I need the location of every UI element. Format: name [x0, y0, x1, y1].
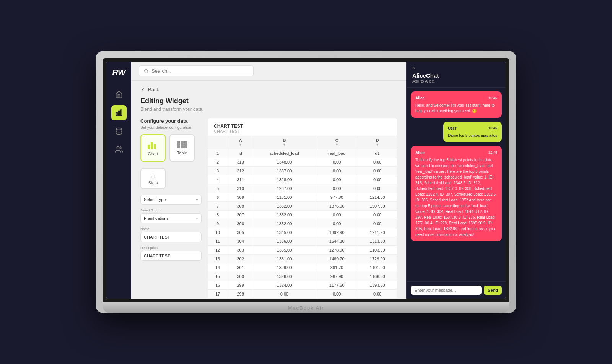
sidebar-item-home[interactable] — [111, 87, 127, 102]
cell-c: 881.70 — [316, 263, 358, 272]
cell-b: 1326.00 — [253, 272, 316, 281]
stats-icon — [149, 172, 157, 179]
select-group-label: Select Group — [140, 208, 202, 212]
cell-d: 0.00 — [358, 290, 397, 299]
table-scroll[interactable]: A▼ B▼ C▼ D▼ 1idscheduled_loadreal_loadd1… — [208, 136, 397, 299]
table-row: 113041336.001644.301313.00 — [208, 237, 397, 246]
chat-send-button[interactable]: Send — [484, 286, 502, 295]
table-row: 133021331.001469.701729.00 — [208, 255, 397, 263]
select-group-field: Select Group Planifications — [140, 208, 202, 223]
chat-bubble-alice: Alice12:45Hello, and welcome! I'm your a… — [411, 91, 502, 118]
chart-title: CHART TEST — [214, 123, 391, 129]
row-number: 14 — [208, 263, 228, 272]
cell-b: 1352.00 — [253, 211, 316, 219]
svg-point-3 — [116, 128, 122, 130]
cell-d: 1103.00 — [358, 246, 397, 255]
cell-a: 313 — [228, 158, 253, 167]
sidebar-item-chart[interactable] — [111, 105, 127, 120]
name-field: Name — [140, 227, 202, 242]
table-type-button[interactable]: Table — [169, 134, 195, 162]
cell-a: 308 — [228, 202, 253, 211]
sidebar-item-users[interactable] — [111, 142, 127, 157]
description-label: Description — [140, 246, 202, 250]
chat-title: AliceChat — [412, 72, 500, 79]
cell-d: 0.00 — [358, 167, 397, 176]
cell-b: 1321.00 — [253, 299, 316, 299]
col-header-c: C▼ — [316, 136, 358, 149]
cell-a: 304 — [228, 237, 253, 246]
cell-a: 301 — [228, 263, 253, 272]
cell-d: 1729.00 — [358, 255, 397, 263]
cell-d: 0.00 — [358, 158, 397, 167]
chat-close-button[interactable]: × — [412, 65, 500, 71]
cell-b: 1328.00 — [253, 176, 316, 184]
stats-label: Stats — [148, 180, 158, 185]
configure-title: Configure your data — [140, 118, 202, 124]
table-row: 103051345.001392.901211.20 — [208, 228, 397, 237]
editor-layout: Configure your data Set your dataset con… — [140, 118, 397, 299]
select-group-dropdown[interactable]: Planifications — [140, 213, 202, 223]
cell-d: 1101.00 — [358, 263, 397, 272]
cell-c: 0.00 — [316, 167, 358, 176]
cell-a: id — [228, 149, 253, 158]
back-button[interactable]: Back — [140, 87, 397, 93]
table-row: 182971321.001587.301649.00 — [208, 299, 397, 299]
cell-c: 977.80 — [316, 193, 358, 202]
sidebar-item-database[interactable] — [111, 123, 127, 139]
table-row: 23131348.000.000.00 — [208, 158, 397, 167]
bubble-time: 12:45 — [488, 126, 497, 131]
bubble-text: Hello, and welcome! I'm your assistant, … — [415, 102, 497, 114]
svg-point-5 — [145, 69, 148, 72]
widget-types: Chart Table — [140, 134, 202, 162]
bubble-header: User12:45 — [448, 125, 497, 131]
table-row: 73081352.001376.001507.00 — [208, 202, 397, 211]
row-number: 13 — [208, 255, 228, 263]
row-number: 2 — [208, 158, 228, 167]
cell-b: 1181.00 — [253, 193, 316, 202]
cell-c: 1587.30 — [316, 299, 358, 299]
table-header-row: A▼ B▼ C▼ D▼ — [208, 136, 397, 149]
cell-c: real_load — [316, 149, 358, 158]
screen: RW — [106, 62, 506, 299]
select-type-dropdown[interactable]: Select Type — [140, 195, 202, 205]
name-label: Name — [140, 227, 202, 231]
cell-c: 1644.30 — [316, 237, 358, 246]
chat-messages: Alice12:45Hello, and welcome! I'm your a… — [407, 88, 506, 281]
content-area: Back Editing Widget Blend and transform … — [131, 81, 406, 299]
search-input[interactable] — [151, 68, 249, 74]
chart-type-icon — [148, 140, 158, 149]
laptop-container: RW — [96, 51, 516, 313]
cell-d: 1211.20 — [358, 228, 397, 237]
chart-type-button[interactable]: Chart — [140, 134, 166, 162]
bubble-time: 12:45 — [488, 150, 497, 156]
table-row: 172980.000.000.00 — [208, 290, 397, 299]
configure-subtitle: Set your dataset configuration — [140, 125, 202, 130]
cell-c: 0.00 — [316, 158, 358, 167]
table-row: 123031335.001278.901103.00 — [208, 246, 397, 255]
search-bar[interactable] — [139, 65, 254, 76]
cell-b: 1345.00 — [253, 228, 316, 237]
chart-type-label: Chart — [148, 151, 158, 156]
cell-c: 0.00 — [316, 290, 358, 299]
row-number: 8 — [208, 211, 228, 219]
cell-a: 303 — [228, 246, 253, 255]
table-type-label: Table — [177, 151, 187, 155]
cell-b: scheduled_load — [253, 149, 316, 158]
description-field: Description — [140, 246, 202, 261]
cell-d: 1393.00 — [358, 281, 397, 290]
cell-c: 0.00 — [316, 184, 358, 193]
chat-panel: × AliceChat Ask to Alice. Alice12:45Hell… — [406, 62, 506, 299]
screen-bezel: RW — [103, 58, 509, 302]
name-input[interactable] — [140, 232, 202, 242]
bubble-sender-name: Alice — [415, 150, 425, 156]
row-number: 11 — [208, 237, 228, 246]
bubble-sender-name: Alice — [415, 95, 425, 101]
bubble-header: Alice12:45 — [415, 95, 497, 101]
table-type-icon — [177, 141, 187, 148]
laptop-bottom: MacBook Air — [103, 302, 509, 313]
stats-type-button[interactable]: Stats — [140, 168, 166, 189]
row-number: 9 — [208, 219, 228, 228]
col-header-a: A▼ — [228, 136, 253, 149]
description-input[interactable] — [140, 251, 202, 261]
chat-input[interactable] — [411, 286, 482, 295]
